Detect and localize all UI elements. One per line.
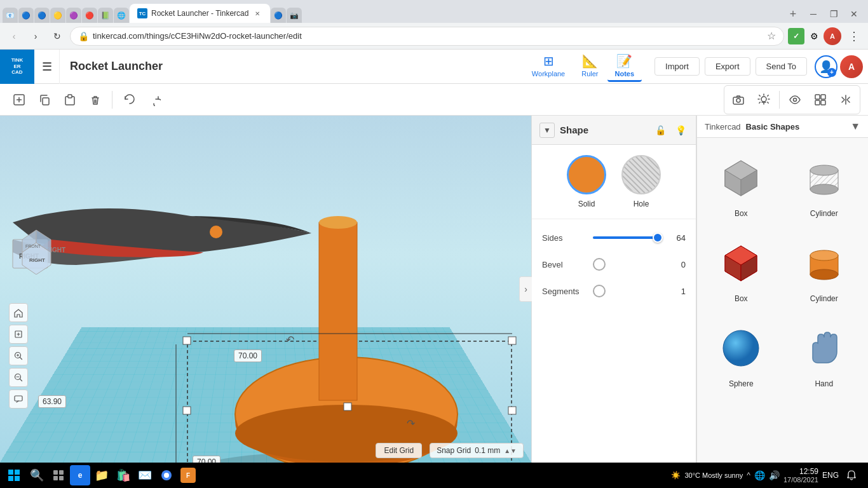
shape-item-cylinder1[interactable]: Cylinder — [785, 143, 864, 223]
taskbar-search[interactable]: 🔍 — [27, 465, 47, 485]
address-bar[interactable]: 🔒 tinkercad.com/things/cCE3HiNw2dO-rocke… — [70, 27, 784, 46]
grid-button[interactable] — [809, 88, 832, 111]
tab-other[interactable]: 🔵 — [271, 8, 286, 23]
shape-thumb-sphere — [712, 318, 770, 376]
notification-center[interactable] — [843, 466, 860, 484]
active-tab[interactable]: TC Rocket Launcher - Tinkercad ✕ — [130, 4, 270, 23]
undo-button[interactable] — [118, 88, 140, 111]
hole-option[interactable]: Hole — [621, 155, 661, 208]
viewport[interactable]: ↶ ↷ FRONT RIGHT — [0, 116, 531, 463]
handle-mr[interactable] — [508, 407, 516, 414]
import-button[interactable]: Import — [654, 57, 700, 76]
panel-lock-button[interactable]: 🔓 — [653, 123, 668, 138]
send-to-button[interactable]: Send To — [756, 57, 807, 76]
taskbar-folder[interactable]: 📁 — [92, 465, 112, 485]
shape-item-box1[interactable]: Box — [702, 143, 780, 223]
shape-item-sphere[interactable]: Sphere — [702, 313, 780, 393]
bookmark-icon[interactable]: ☆ — [767, 30, 776, 42]
segments-toggle[interactable] — [593, 285, 606, 297]
new-tab-button[interactable]: + — [784, 5, 802, 23]
tab-other[interactable]: 🟣 — [66, 8, 81, 23]
back-button[interactable]: ‹ — [5, 27, 23, 45]
mirror-button[interactable] — [834, 88, 857, 111]
add-user-button[interactable]: 👤 + — [815, 55, 837, 78]
edit-grid-button[interactable]: Edit Grid — [376, 443, 422, 458]
close-button[interactable]: ✕ — [845, 5, 863, 23]
tab-other[interactable]: 🔵 — [34, 8, 50, 23]
orientation-cube[interactable]: RIGHT FRONT — [13, 224, 60, 274]
shape-item-hand[interactable]: Hand — [785, 313, 864, 393]
panel-help-button[interactable]: 💡 — [673, 123, 688, 138]
tab-close-button[interactable]: ✕ — [252, 8, 262, 18]
tab-other[interactable]: 📗 — [98, 8, 113, 23]
taskbar-mail[interactable]: ✉️ — [135, 465, 155, 485]
redo-button[interactable] — [143, 88, 166, 111]
taskbar-chrome[interactable] — [156, 465, 177, 485]
ext-settings[interactable]: ⚙ — [806, 28, 822, 44]
zoom-out-button[interactable] — [9, 368, 28, 387]
home-view-button[interactable] — [9, 303, 28, 322]
fit-all-button[interactable] — [9, 325, 28, 344]
taskbar-store[interactable]: 🛍️ — [113, 465, 133, 485]
shape-item-box2[interactable]: Box — [702, 228, 780, 308]
hole-shape-icon — [621, 155, 661, 194]
taskbar-edge[interactable]: e — [70, 465, 90, 485]
speaker-icon[interactable]: 🔊 — [769, 470, 780, 480]
tab-other[interactable]: 🟡 — [50, 8, 65, 23]
handle-tr[interactable] — [508, 337, 516, 344]
tab-other[interactable]: 📧 — [3, 8, 18, 23]
camera-button[interactable] — [727, 88, 750, 111]
tinkercad-logo[interactable]: TINK ER CAD — [0, 50, 34, 84]
tab-other[interactable]: 🔵 — [18, 8, 34, 23]
export-button[interactable]: Export — [705, 57, 750, 76]
refresh-button[interactable]: ↻ — [48, 27, 66, 45]
panel-minimize-button[interactable]: ▼ — [539, 123, 555, 138]
tab-other[interactable]: 📷 — [287, 8, 302, 23]
user-avatar[interactable]: A — [840, 55, 863, 78]
workplane-tab[interactable]: ⊞ Workplane — [524, 51, 573, 82]
network-icon[interactable]: 🌐 — [754, 470, 765, 480]
view-button[interactable] — [783, 88, 806, 111]
solid-option[interactable]: Solid — [567, 155, 606, 208]
restore-button[interactable]: ❐ — [825, 5, 843, 23]
snap-grid-label: Snap Grid — [437, 446, 471, 455]
collapse-panel-button[interactable]: › — [519, 276, 532, 302]
lang-indicator[interactable]: ENG — [822, 471, 839, 480]
center-handle-mid[interactable] — [344, 403, 351, 410]
forward-button[interactable]: › — [27, 27, 44, 45]
taskbar-widgets[interactable] — [48, 465, 69, 485]
shape-properties-panel: › ▼ Shape 🔓 💡 Solid — [531, 116, 696, 463]
start-button[interactable] — [3, 464, 25, 487]
minimize-button[interactable]: ─ — [804, 5, 822, 23]
taskbar-autodesk[interactable]: F — [178, 465, 198, 485]
comment-button[interactable] — [9, 390, 28, 409]
hamburger-menu-button[interactable]: ☰ — [34, 50, 60, 84]
handle-tl[interactable] — [183, 337, 191, 344]
sides-slider-thumb[interactable] — [653, 233, 663, 243]
ruler-tab[interactable]: 📐 Ruler — [574, 51, 606, 82]
svg-point-38 — [810, 250, 838, 261]
shape-item-cylinder2[interactable]: Cylinder — [785, 228, 864, 308]
copy-button[interactable] — [33, 88, 56, 111]
bevel-toggle[interactable] — [593, 258, 606, 271]
ruler-tab-label: Ruler — [581, 70, 598, 78]
browser-menu-button[interactable]: ⋮ — [845, 27, 863, 45]
weather-icon[interactable]: ☀️ — [671, 471, 681, 480]
zoom-in-button[interactable] — [9, 346, 28, 365]
profile-avatar[interactable]: A — [824, 27, 841, 45]
ext-checkmark[interactable]: ✓ — [788, 28, 804, 44]
tab-other[interactable]: 🌐 — [114, 8, 129, 23]
clock-area[interactable]: 12:59 17/08/2021 — [783, 467, 818, 484]
light-button[interactable] — [752, 88, 775, 111]
shapes-dropdown-arrow[interactable]: ▼ — [850, 121, 860, 132]
sides-slider[interactable] — [593, 236, 663, 239]
tab-other[interactable]: 🔴 — [82, 8, 97, 23]
tab-bar: 📧 🔵 🔵 🟡 🟣 🔴 📗 🌐 TC Rocket Launcher - Tin… — [0, 0, 868, 23]
new-shape-button[interactable] — [8, 88, 31, 111]
notes-tab[interactable]: 📝 Notes — [607, 51, 642, 82]
snap-grid-arrows[interactable]: ▲▼ — [504, 447, 517, 454]
handle-ml[interactable] — [183, 407, 191, 414]
system-hidden-icons[interactable]: ^ — [747, 471, 750, 480]
delete-button[interactable] — [84, 88, 107, 111]
paste-button[interactable] — [58, 88, 81, 111]
